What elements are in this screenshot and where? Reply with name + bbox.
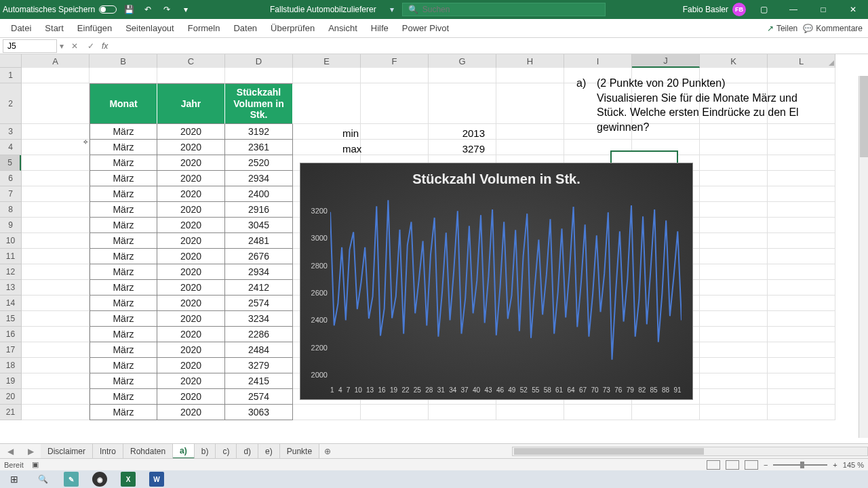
cell[interactable] xyxy=(700,249,768,264)
cell[interactable] xyxy=(768,218,835,233)
cell[interactable]: März xyxy=(90,311,157,327)
cell[interactable] xyxy=(22,186,90,202)
cell[interactable]: 2574 xyxy=(225,389,293,405)
cell[interactable]: März xyxy=(90,405,157,420)
row-header[interactable]: 16 xyxy=(0,327,21,342)
cell[interactable]: 2520 xyxy=(225,155,293,171)
cell[interactable] xyxy=(496,83,564,124)
tab-start[interactable]: Start xyxy=(38,19,70,38)
cell[interactable] xyxy=(90,68,157,83)
cell[interactable] xyxy=(768,327,835,342)
cell[interactable]: März xyxy=(90,233,157,249)
cell[interactable]: März xyxy=(90,171,157,186)
cell[interactable] xyxy=(768,171,835,186)
cell[interactable] xyxy=(700,218,768,233)
search-button[interactable]: 🔍 xyxy=(30,470,56,488)
sheet-tab[interactable]: Rohdaten xyxy=(123,444,173,459)
name-box[interactable]: J5 xyxy=(3,39,57,53)
row-header[interactable]: 10 xyxy=(0,233,21,249)
tab-datei[interactable]: Datei xyxy=(4,19,38,38)
row-header[interactable]: 7 xyxy=(0,186,21,202)
col-header[interactable]: I xyxy=(564,54,632,68)
cell[interactable] xyxy=(768,405,835,420)
sheet-tab[interactable]: c) xyxy=(216,444,237,459)
task-app[interactable]: ✎ xyxy=(58,470,84,488)
cell[interactable]: Jahr xyxy=(157,83,225,124)
cell[interactable]: 2484 xyxy=(225,342,293,358)
cell[interactable] xyxy=(22,233,90,249)
cell[interactable] xyxy=(496,140,564,155)
cell[interactable] xyxy=(564,405,632,420)
cell[interactable] xyxy=(22,311,90,327)
page-break-button[interactable] xyxy=(745,460,758,470)
cell[interactable]: 2020 xyxy=(157,296,225,311)
cell[interactable] xyxy=(700,186,768,202)
task-word[interactable]: W xyxy=(144,470,170,488)
cell[interactable] xyxy=(496,68,564,83)
cell[interactable] xyxy=(700,280,768,296)
cell[interactable] xyxy=(768,296,835,311)
record-macro-icon[interactable]: ▣ xyxy=(32,460,39,469)
formula-input[interactable] xyxy=(111,39,868,53)
row-header[interactable]: 3 xyxy=(0,124,21,140)
cell[interactable] xyxy=(22,249,90,264)
cell[interactable] xyxy=(700,296,768,311)
tab-hilfe[interactable]: Hilfe xyxy=(364,19,395,38)
cell[interactable]: März xyxy=(90,280,157,296)
cell[interactable]: 2415 xyxy=(225,373,293,389)
cell[interactable] xyxy=(768,264,835,280)
row-header[interactable]: 4 xyxy=(0,140,21,155)
cell[interactable]: 2412 xyxy=(225,280,293,296)
cell[interactable] xyxy=(768,389,835,405)
row-header[interactable]: 19 xyxy=(0,373,21,389)
row-header[interactable]: 6 xyxy=(0,171,21,186)
row-header[interactable]: 17 xyxy=(0,342,21,358)
cell[interactable] xyxy=(22,296,90,311)
zoom-out-button[interactable]: − xyxy=(764,461,768,469)
cell[interactable] xyxy=(22,83,90,124)
horizontal-scrollbar[interactable] xyxy=(512,447,868,456)
cell[interactable] xyxy=(632,140,700,155)
cell[interactable]: 2020 xyxy=(157,186,225,202)
chart[interactable]: Stückzahl Volumen in Stk. 20002200240026… xyxy=(300,163,693,400)
cell[interactable] xyxy=(22,389,90,405)
cell[interactable] xyxy=(22,264,90,280)
cell[interactable] xyxy=(22,373,90,389)
cell[interactable]: 2020 xyxy=(157,202,225,218)
cell[interactable] xyxy=(768,280,835,296)
cell[interactable] xyxy=(22,280,90,296)
tab-daten[interactable]: Daten xyxy=(226,19,264,38)
cell[interactable]: 2020 xyxy=(157,218,225,233)
cell[interactable]: März xyxy=(90,249,157,264)
tab-ueberpruefen[interactable]: Überprüfen xyxy=(264,19,321,38)
cell[interactable]: 2020 xyxy=(157,280,225,296)
cell[interactable] xyxy=(22,342,90,358)
cell[interactable] xyxy=(293,83,361,124)
col-header[interactable]: C xyxy=(157,54,225,68)
cell[interactable] xyxy=(22,124,90,140)
cell[interactable] xyxy=(22,202,90,218)
cell[interactable]: 2481 xyxy=(225,233,293,249)
task-excel[interactable]: X xyxy=(115,470,141,488)
tab-formeln[interactable]: Formeln xyxy=(181,19,227,38)
cell[interactable] xyxy=(700,405,768,420)
cell[interactable] xyxy=(564,140,632,155)
cell[interactable] xyxy=(700,373,768,389)
cell[interactable]: 2934 xyxy=(225,264,293,280)
sheet-tab[interactable]: Disclaimer xyxy=(41,444,93,459)
cell[interactable]: 2574 xyxy=(225,296,293,311)
cell[interactable] xyxy=(768,358,835,373)
cell[interactable]: Stückzahl Volumen in Stk. xyxy=(225,83,293,124)
cell[interactable]: März xyxy=(90,358,157,373)
cell[interactable]: 3279 xyxy=(225,358,293,373)
cell[interactable] xyxy=(700,264,768,280)
cell[interactable]: 2361 xyxy=(225,140,293,155)
sheet-tab[interactable]: a) xyxy=(173,444,195,459)
cell[interactable]: März xyxy=(90,296,157,311)
start-button[interactable]: ⊞ xyxy=(1,470,27,488)
cell[interactable] xyxy=(22,68,90,83)
cell[interactable] xyxy=(700,389,768,405)
cell[interactable]: März xyxy=(90,389,157,405)
cell[interactable] xyxy=(429,83,496,124)
cell[interactable] xyxy=(361,83,429,124)
